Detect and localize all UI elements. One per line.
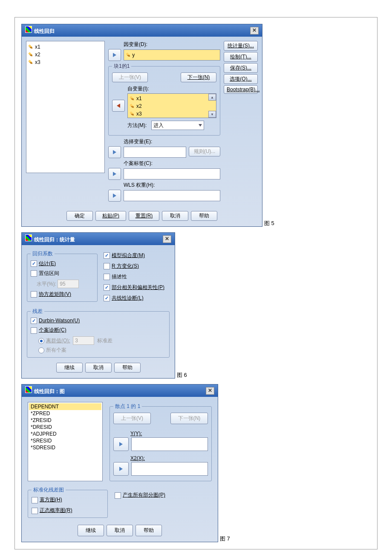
collinearity-checkbox[interactable] bbox=[104, 295, 110, 301]
move-case-label-button[interactable] bbox=[108, 168, 121, 180]
pencil-icon bbox=[125, 52, 132, 59]
block-legend: 块1的1 bbox=[112, 63, 131, 70]
help-button[interactable]: 帮助 bbox=[191, 211, 217, 221]
wls-weight-field[interactable] bbox=[124, 190, 220, 201]
scroll-down-button[interactable]: ▼ bbox=[208, 111, 216, 118]
histogram-checkbox[interactable] bbox=[32, 497, 38, 503]
dependent-field[interactable]: y bbox=[124, 49, 220, 61]
figure-caption-5: 图 5 bbox=[264, 220, 274, 227]
arrow-right-icon bbox=[113, 172, 116, 176]
arrow-left-icon bbox=[117, 104, 120, 108]
pencil-icon bbox=[129, 95, 136, 102]
covariance-matrix-checkbox[interactable] bbox=[31, 291, 37, 298]
continue-button[interactable]: 继续 bbox=[56, 363, 83, 373]
normal-prob-plot-checkbox[interactable] bbox=[32, 508, 38, 514]
part-correlations-checkbox[interactable] bbox=[104, 284, 110, 291]
all-partial-plots-checkbox[interactable] bbox=[115, 492, 121, 499]
block-fieldset: 块1的1 上一张(V) 下一张(N) 自变量(I): ▲ ▼ x1 x2 x3 bbox=[108, 63, 220, 136]
close-icon[interactable]: ✕ bbox=[206, 387, 214, 395]
cancel-button[interactable]: 取消 bbox=[162, 211, 188, 221]
wls-weight-label: WLS 权重(H): bbox=[124, 182, 220, 189]
independents-label: 自变量(I): bbox=[127, 85, 216, 92]
help-button[interactable]: 帮助 bbox=[135, 525, 162, 536]
y-axis-field[interactable] bbox=[131, 437, 208, 451]
dialog-title: 线性回归：统计量 bbox=[34, 237, 75, 243]
statistics-button[interactable]: 统计量(S)... bbox=[224, 41, 258, 51]
confidence-interval-checkbox[interactable] bbox=[31, 270, 37, 277]
prev-scatter-button[interactable]: 上一张(V) bbox=[113, 413, 151, 424]
rule-button[interactable]: 规则(U)... bbox=[189, 147, 220, 156]
plot-variable-list[interactable]: DEPENDNT *ZPRED *ZRESID *DRESID *ADJPRED… bbox=[28, 402, 103, 481]
arrow-right-icon bbox=[113, 53, 116, 57]
confidence-level-label: 水平(%): bbox=[37, 281, 56, 287]
plots-button[interactable]: 绘制(T)... bbox=[224, 52, 258, 62]
estimates-checkbox[interactable] bbox=[31, 260, 37, 267]
bootstrap-button[interactable]: Bootstrap(B)... bbox=[224, 85, 258, 94]
next-block-button[interactable]: 下一张(N) bbox=[181, 72, 216, 82]
fieldset-legend: 散点 1 的 1 bbox=[113, 403, 142, 410]
outliers-radio bbox=[38, 338, 44, 344]
list-item[interactable]: *SRESID bbox=[29, 437, 101, 444]
casewise-diagnostics-checkbox[interactable] bbox=[31, 327, 37, 334]
titlebar: 线性回归：统计量 ✕ bbox=[22, 233, 175, 245]
residuals-fieldset: 残差 Durbin-Watson(U) 个案诊断(C) 离群值(O): 3 标准… bbox=[27, 308, 170, 358]
x-axis-field[interactable] bbox=[131, 462, 208, 476]
pencil-icon bbox=[129, 110, 136, 118]
continue-button[interactable]: 继续 bbox=[78, 525, 104, 536]
options-button[interactable]: 选项(O)... bbox=[224, 74, 258, 84]
plots-dialog: 线性回归：图 ✕ DEPENDNT *ZPRED *ZRESID *DRESID… bbox=[21, 384, 218, 542]
prev-block-button[interactable]: 上一张(V) bbox=[112, 72, 148, 82]
arrow-right-icon bbox=[113, 150, 116, 154]
move-x-button[interactable] bbox=[113, 462, 129, 476]
arrow-right-icon bbox=[119, 442, 123, 446]
method-select[interactable]: 进入 bbox=[151, 121, 204, 130]
pencil-icon bbox=[27, 59, 35, 66]
descriptives-checkbox[interactable] bbox=[104, 274, 110, 280]
selection-variable-field[interactable] bbox=[124, 147, 186, 158]
footer-buttons: 确定 粘贴(P) 重置(R) 取消 帮助 bbox=[22, 209, 262, 226]
paste-button[interactable]: 粘贴(P) bbox=[95, 211, 126, 221]
std-dev-label: 标准差 bbox=[97, 338, 112, 344]
case-label-field[interactable] bbox=[124, 168, 220, 179]
list-item[interactable]: DEPENDNT bbox=[29, 403, 101, 410]
move-independent-button[interactable] bbox=[112, 100, 125, 112]
fieldset-legend: 标准化残差图 bbox=[32, 486, 66, 494]
list-item[interactable]: *DRESID bbox=[29, 424, 101, 431]
side-buttons: 统计量(S)... 绘制(T)... 保存(S)... 选项(O)... Boo… bbox=[224, 41, 258, 203]
list-item[interactable]: *SDRESID bbox=[29, 444, 101, 451]
dialog-title: 线性回归：图 bbox=[34, 388, 65, 394]
source-variable-list[interactable]: x1 x2 x3 bbox=[26, 41, 105, 173]
move-dependent-button[interactable] bbox=[108, 49, 121, 61]
fieldset-legend: 残差 bbox=[31, 308, 44, 315]
std-residual-plots-fieldset: 标准化残差图 直方图(H) 正态概率图(R) bbox=[28, 486, 108, 518]
titlebar: 线性回归：图 ✕ bbox=[22, 384, 218, 397]
figure-caption-7: 图 7 bbox=[220, 535, 230, 543]
cancel-button[interactable]: 取消 bbox=[107, 525, 133, 536]
close-icon[interactable]: ✕ bbox=[250, 27, 259, 35]
scroll-up-button[interactable]: ▲ bbox=[208, 94, 216, 101]
dependent-label: 因变量(D): bbox=[124, 41, 220, 48]
move-wls-weight-button[interactable] bbox=[108, 190, 121, 202]
reset-button[interactable]: 重置(R) bbox=[129, 211, 159, 221]
list-item[interactable]: *ZRESID bbox=[29, 417, 101, 424]
model-fit-checkbox[interactable] bbox=[104, 252, 110, 259]
case-label-label: 个案标签(C): bbox=[124, 160, 220, 167]
help-button[interactable]: 帮助 bbox=[114, 363, 141, 373]
pencil-icon bbox=[129, 103, 136, 110]
cancel-button[interactable]: 取消 bbox=[85, 363, 112, 373]
r2-change-checkbox[interactable] bbox=[104, 263, 110, 269]
durbin-watson-checkbox[interactable] bbox=[31, 318, 37, 324]
independents-listbox[interactable]: ▲ ▼ x1 x2 x3 bbox=[127, 93, 216, 118]
next-scatter-button[interactable]: 下一张(N) bbox=[170, 413, 208, 424]
list-item[interactable]: *ZPRED bbox=[29, 410, 101, 417]
move-y-button[interactable] bbox=[113, 437, 129, 451]
close-icon[interactable]: ✕ bbox=[163, 235, 171, 243]
linear-regression-dialog: 线性回归 ✕ x1 x2 x3 因变量(D): y 块1的1 上一张(V) 下一… bbox=[21, 24, 262, 227]
confidence-level-input: 95 bbox=[58, 280, 79, 288]
save-button[interactable]: 保存(S)... bbox=[224, 63, 258, 73]
list-item[interactable]: *ADJPRED bbox=[29, 431, 101, 437]
app-icon bbox=[25, 26, 32, 33]
pencil-icon bbox=[27, 51, 35, 58]
move-selection-variable-button[interactable] bbox=[108, 146, 121, 158]
ok-button[interactable]: 确定 bbox=[66, 211, 93, 221]
